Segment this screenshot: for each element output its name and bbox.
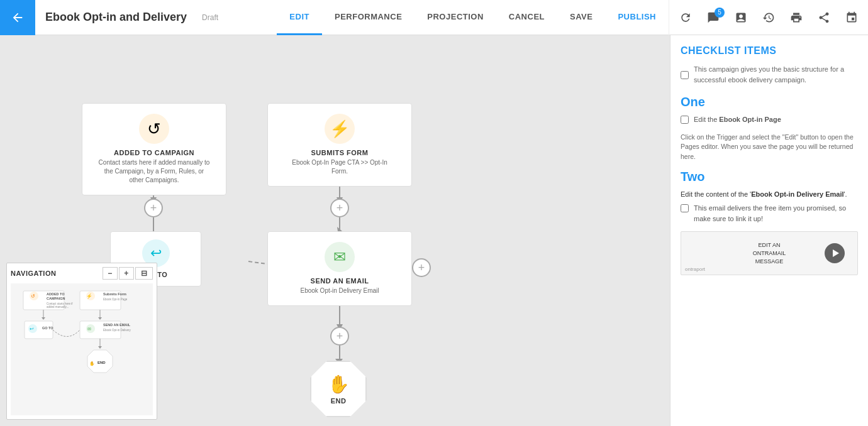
template-icon[interactable] [727, 4, 755, 31]
notification-icon[interactable]: 5 [699, 4, 727, 31]
step-1-desc: Click on the Trigger and select the "Edi… [681, 133, 858, 162]
minimap-title: NAVIGATION [11, 270, 56, 277]
print-icon[interactable] [782, 4, 810, 31]
pin-icon[interactable] [838, 4, 865, 31]
section-two-header: Two [681, 170, 858, 184]
minimap-fit[interactable]: ⊟ [135, 267, 153, 280]
node-end[interactable]: ✋ END [310, 361, 367, 417]
node-added-to-campaign[interactable]: ↺ ADDED TO CAMPAIGN Contact starts here … [82, 103, 226, 195]
toolbar-icons: 5 [669, 0, 868, 35]
node-send-email[interactable]: ✉ SEND AN EMAIL Ebook Opt-in Delivery Em… [267, 231, 412, 306]
video-thumb-text: EDIT ANONTRAMAILMESSAGE [750, 239, 789, 268]
submits-form-title: Submits Form [311, 149, 369, 156]
submits-form-subtitle: Ebook Opt-In Page CTA >> Opt-In Form. [283, 158, 396, 176]
draft-badge: Draft [197, 13, 223, 22]
minimap: NAVIGATION − + ⊟ ↺ ADDED TO CAMPAIGN Con… [6, 263, 157, 420]
add-circle-2[interactable]: + [330, 199, 349, 217]
checklist-item-2: This email delivers the free item you pr… [681, 203, 858, 224]
svg-text:Submits Form: Submits Form [103, 292, 126, 296]
add-circle-1[interactable]: + [144, 199, 163, 217]
send-email-title: SEND AN EMAIL [311, 277, 369, 285]
step-2-title: Edit the content of the 'Ebook Opt-in De… [681, 189, 858, 200]
svg-text:GO TO: GO TO [42, 326, 53, 330]
end-octagon: ✋ END [310, 361, 367, 417]
checklist-item-1-text: Edit the Ebook Opt-in Page [694, 116, 781, 123]
node-submits-form[interactable]: ⚡ Submits Form Ebook Opt-In Page CTA >> … [267, 103, 412, 187]
video-thumbnail[interactable]: EDIT ANONTRAMAILMESSAGE ontraport [681, 231, 858, 275]
svg-text:Ebook Opt-in Delivery: Ebook Opt-in Delivery [103, 329, 131, 332]
svg-marker-20 [42, 317, 45, 320]
checklist-item-2-text: This email delivers the free item you pr… [694, 204, 846, 222]
minimap-canvas: ↺ ADDED TO CAMPAIGN Contact starts here … [11, 283, 153, 415]
section-one-header: One [681, 95, 858, 109]
checklist-intro: This campaign gives you the basic struct… [681, 64, 858, 85]
node-added-title: ADDED TO CAMPAIGN [114, 149, 194, 156]
send-email-subtitle: Ebook Opt-in Delivery Email [300, 287, 379, 295]
svg-marker-22 [98, 317, 102, 320]
svg-text:Ebook Opt-In Page: Ebook Opt-In Page [103, 298, 128, 301]
tab-publish[interactable]: PUBLISH [605, 0, 669, 35]
checklist-item-1-checkbox[interactable] [681, 116, 689, 124]
page-title: Ebook Opt-in and Delivery [35, 11, 197, 24]
main-content: ↺ ADDED TO CAMPAIGN Contact starts here … [0, 35, 868, 426]
svg-text:CAMPAIGN: CAMPAIGN [47, 297, 65, 300]
checklist-item-1: Edit the Ebook Opt-in Page [681, 114, 858, 125]
svg-marker-33 [98, 346, 102, 349]
right-panel: CHECKLIST ITEMS This campaign gives you … [670, 35, 868, 426]
add-circle-right[interactable]: + [412, 258, 431, 277]
video-brand: ontraport [685, 266, 705, 272]
svg-text:⚡: ⚡ [86, 293, 92, 299]
svg-text:↩: ↩ [30, 326, 34, 332]
refresh-icon[interactable] [672, 4, 699, 31]
svg-text:added manually...: added manually... [47, 305, 69, 309]
minimap-svg: ↺ ADDED TO CAMPAIGN Contact starts here … [11, 283, 153, 415]
tab-projection[interactable]: PROJECTION [415, 0, 496, 35]
canvas[interactable]: ↺ ADDED TO CAMPAIGN Contact starts here … [0, 35, 670, 426]
minimap-minus[interactable]: − [103, 267, 118, 280]
svg-text:✉: ✉ [87, 327, 91, 331]
play-button[interactable] [825, 243, 845, 263]
svg-text:SEND AN EMAIL: SEND AN EMAIL [103, 323, 131, 327]
tab-cancel[interactable]: CANCEL [496, 0, 557, 35]
checklist-item-2-checkbox[interactable] [681, 204, 689, 212]
checklist-intro-text: This campaign gives you the basic struct… [694, 64, 858, 85]
checklist-title: CHECKLIST ITEMS [681, 45, 858, 57]
node-added-subtitle: Contact starts here if added manually to… [97, 158, 211, 185]
share-icon[interactable] [810, 4, 838, 31]
checklist-intro-checkbox[interactable] [681, 65, 689, 85]
svg-text:ADDED TO: ADDED TO [47, 292, 65, 296]
tab-save[interactable]: SAVE [557, 0, 605, 35]
history-icon[interactable] [755, 4, 782, 31]
svg-text:END: END [97, 361, 106, 364]
add-circle-3[interactable]: + [330, 327, 349, 346]
tab-edit[interactable]: EDIT [277, 0, 322, 35]
back-button[interactable] [0, 0, 35, 35]
svg-text:✋: ✋ [89, 361, 95, 366]
topbar-tabs: EDIT PERFORMANCE PROJECTION CANCEL SAVE … [277, 0, 669, 35]
svg-text:↺: ↺ [31, 293, 35, 299]
topbar: Ebook Opt-in and Delivery Draft EDIT PER… [0, 0, 868, 35]
notification-badge: 5 [715, 8, 725, 18]
tab-performance[interactable]: PERFORMANCE [322, 0, 415, 35]
minimap-plus[interactable]: + [119, 267, 134, 280]
